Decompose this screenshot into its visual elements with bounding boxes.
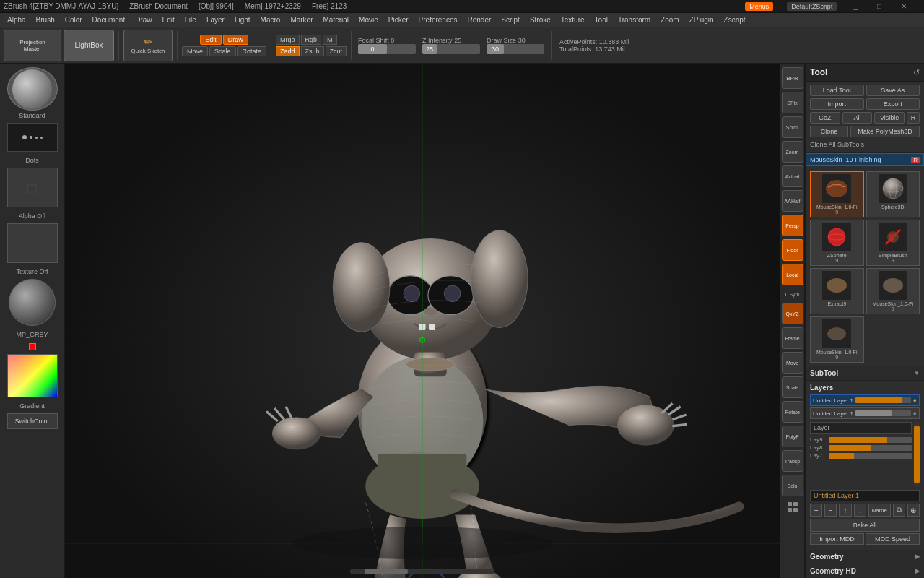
min-btn[interactable]: _ [850, 2, 860, 11]
menu-picker[interactable]: Picker [384, 15, 413, 25]
tool-card-extract[interactable]: Extract9 [810, 268, 864, 314]
spix-btn[interactable]: SPix [782, 92, 803, 113]
geometry-hd-header[interactable]: Geometry HD ▶ [806, 564, 924, 578]
menu-texture[interactable]: Texture [557, 15, 589, 25]
menu-marker[interactable]: Marker [286, 15, 317, 25]
tool-card-mouseskin2[interactable]: MouseSkin_1.0-Fi 9 [866, 268, 920, 314]
frame-btn[interactable]: Frame [782, 327, 803, 349]
visible-btn[interactable]: Visible [874, 112, 905, 124]
scroll-btn[interactable]: Scroll [782, 116, 803, 138]
import-btn[interactable]: Import [810, 98, 864, 110]
make-polymesh-btn[interactable]: Make PolyMesh3D [850, 126, 920, 137]
layer-up-btn[interactable]: ↑ [839, 504, 851, 517]
polyf-btn[interactable]: PolyF [782, 426, 803, 447]
rgb-btn[interactable]: Rgb [301, 35, 322, 45]
menus-btn[interactable]: Menus [745, 2, 773, 11]
r-btn[interactable]: R [907, 112, 920, 124]
default-zscript-btn[interactable]: DefaultZScript [787, 2, 837, 11]
menu-file[interactable]: File [180, 15, 201, 25]
draw-btn[interactable]: Draw [223, 35, 248, 45]
zadd-btn[interactable]: Zadd [276, 46, 300, 56]
scale-view-btn[interactable]: Scale [782, 376, 803, 398]
bake-all-btn[interactable]: Bake All [810, 519, 920, 532]
stroke-preview[interactable] [7, 123, 58, 152]
close-btn[interactable]: ✕ [898, 2, 910, 11]
tool-card-mouseskin3[interactable]: MouseSkin_1.0-Fi 9 [810, 316, 864, 363]
all-btn[interactable]: All [842, 112, 873, 124]
max-btn[interactable]: □ [874, 2, 884, 11]
qxyz-btn[interactable]: QxYZ [782, 303, 803, 324]
save-as-btn[interactable]: Save As [866, 85, 920, 96]
geometry-header[interactable]: Geometry ▶ [806, 550, 924, 564]
quick-sketch-btn[interactable]: ✏ Quick Sketch [123, 30, 173, 61]
switchcolor-btn[interactable]: SwitchColor [7, 413, 58, 429]
tool-card-simplebrush[interactable]: S SimpleBrush 9 [866, 220, 920, 266]
model-viewport[interactable]: M [65, 64, 780, 578]
menu-preferences[interactable]: Preferences [414, 15, 462, 25]
menu-transform[interactable]: Transform [614, 15, 655, 25]
local-btn[interactable]: Local [782, 264, 803, 285]
lightbox-btn[interactable]: LightBox [64, 30, 114, 61]
tool-card-1[interactable]: MouseSkin_1.0-Fi 9 [810, 171, 864, 217]
goz-btn[interactable]: GoZ [810, 112, 840, 124]
layer-item-1[interactable]: Untitled Layer 1 ● [810, 394, 920, 406]
floor-btn[interactable]: Floor [782, 239, 803, 261]
current-layer-name-field[interactable]: Untitled Layer 1 [810, 490, 920, 501]
mrgb-btn[interactable]: Mrgb [276, 35, 300, 45]
subtool-header[interactable]: SubTool ▼ [806, 366, 924, 381]
clone-btn[interactable]: Clone [810, 126, 848, 137]
edit-btn[interactable]: Edit [200, 35, 222, 45]
scale-btn[interactable]: Scale [209, 46, 236, 56]
layer-delete-btn[interactable]: − [824, 504, 837, 517]
color-picker[interactable] [7, 354, 58, 397]
scroll-thumb[interactable] [365, 569, 408, 574]
tool-card-zsphere[interactable]: ZSphere 9 [810, 220, 864, 266]
material-sphere[interactable] [9, 279, 56, 326]
texture-swatch[interactable] [7, 223, 58, 263]
projection-master-btn[interactable]: Projection Master [4, 30, 61, 61]
move-btn[interactable]: Move [182, 46, 208, 56]
menu-tool[interactable]: Tool [590, 15, 612, 25]
canvas-scrollbar[interactable] [350, 569, 494, 574]
canvas-area[interactable]: M [65, 64, 780, 578]
menu-draw[interactable]: Draw [131, 15, 156, 25]
menu-edit[interactable]: Edit [158, 15, 179, 25]
menu-stroke[interactable]: Stroke [526, 15, 555, 25]
rotate-btn[interactable]: Rotate [237, 46, 267, 56]
transp-btn[interactable]: Transp [782, 450, 803, 472]
layer-name-btn[interactable]: Name [868, 504, 891, 517]
actual-btn[interactable]: Actual [782, 165, 803, 187]
draw-size-slider[interactable]: 30 [487, 44, 544, 54]
bpr-btn[interactable]: BPR [782, 67, 803, 89]
layer-vertical-slider[interactable] [914, 422, 920, 487]
mdd-speed-btn[interactable]: MDD Speed [866, 533, 920, 545]
m-btn[interactable]: M [323, 35, 337, 45]
zsub-btn[interactable]: Zsub [301, 46, 324, 56]
color-indicator[interactable] [29, 343, 36, 350]
menu-macro[interactable]: Macro [256, 15, 285, 25]
menu-zoom[interactable]: Zoom [656, 15, 684, 25]
solo-btn[interactable]: Solo [782, 475, 803, 496]
menu-color[interactable]: Color [61, 15, 87, 25]
alpha-swatch[interactable]: ◻ [7, 168, 58, 207]
load-tool-btn[interactable]: Load Tool [810, 85, 864, 96]
layer-item-2[interactable]: Untitled Layer 1 ● [810, 407, 920, 419]
persp-btn[interactable]: Persp [782, 215, 803, 236]
clone-all-subtools[interactable]: Clone All SubTools [810, 139, 920, 150]
tool-card-sphere3d[interactable]: Sphere3D [866, 171, 920, 217]
brush-swatch[interactable] [7, 67, 58, 111]
menu-render[interactable]: Render [463, 15, 496, 25]
menu-movie[interactable]: Movie [354, 15, 383, 25]
layer-copy-btn[interactable]: ⧉ [893, 504, 905, 517]
menu-zplugin[interactable]: ZPlugin [685, 15, 718, 25]
layer-merge-btn[interactable]: ⊕ [907, 504, 920, 517]
zoom-btn[interactable]: Zoom [782, 141, 803, 163]
menu-brush[interactable]: Brush [32, 15, 59, 25]
menu-zscript[interactable]: Zscript [720, 15, 750, 25]
aahalf-btn[interactable]: AAHalf [782, 190, 803, 212]
menu-layer[interactable]: Layer [202, 15, 229, 25]
focal-shift-slider[interactable]: 0 [358, 44, 416, 54]
export-btn[interactable]: Export [866, 98, 920, 110]
brush-preview[interactable]: Standard [7, 67, 58, 119]
rotate-view-btn[interactable]: Rotate [782, 401, 803, 423]
